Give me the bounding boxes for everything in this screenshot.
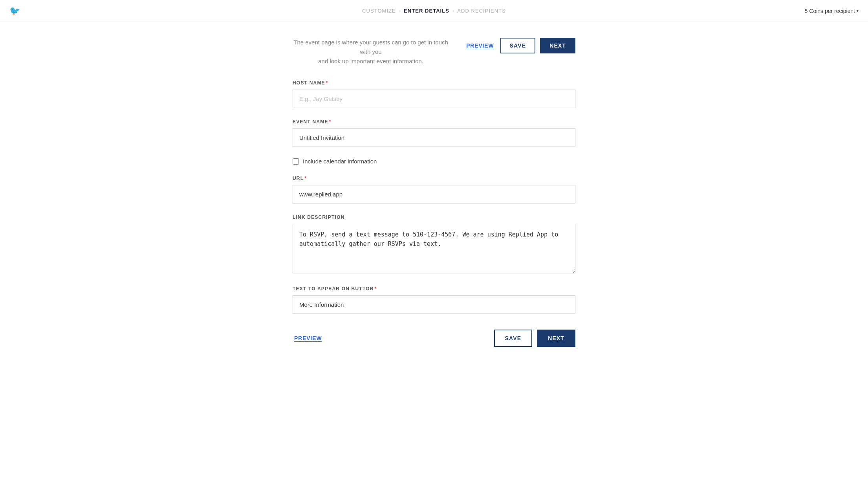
step-navigation: CUSTOMIZE › ENTER DETAILS › ADD RECIPIEN… xyxy=(362,8,506,14)
next-button-top[interactable]: NEXT xyxy=(540,38,575,53)
url-input[interactable] xyxy=(293,185,575,203)
main-content: The event page is where your guests can … xyxy=(285,22,583,378)
chevron-icon-1: › xyxy=(399,8,401,14)
bottom-right-actions: SAVE NEXT xyxy=(494,330,575,347)
link-description-group: LINK DESCRIPTION xyxy=(293,214,575,275)
host-name-label: HOST NAME* xyxy=(293,80,575,86)
page-description: The event page is where your guests can … xyxy=(293,38,449,66)
host-name-group: HOST NAME* xyxy=(293,80,575,108)
required-star-url: * xyxy=(304,176,307,181)
event-name-label: EVENT NAME* xyxy=(293,119,575,125)
calendar-checkbox-label[interactable]: Include calendar information xyxy=(303,158,377,165)
save-button-bottom[interactable]: SAVE xyxy=(494,330,533,347)
required-star: * xyxy=(326,80,328,86)
event-name-group: EVENT NAME* xyxy=(293,119,575,147)
chevron-icon-2: › xyxy=(452,8,454,14)
link-description-textarea[interactable] xyxy=(293,224,575,273)
url-group: URL* xyxy=(293,176,575,203)
button-text-label: TEXT TO APPEAR ON BUTTON* xyxy=(293,286,575,291)
coins-text: 5 Coins per recipient xyxy=(805,8,855,14)
required-star-btn: * xyxy=(375,286,377,291)
header-actions: PREVIEW SAVE NEXT xyxy=(465,38,575,53)
button-text-group: TEXT TO APPEAR ON BUTTON* xyxy=(293,286,575,314)
preview-button-bottom[interactable]: PREVIEW xyxy=(293,332,323,345)
coins-info: 5 Coins per recipient ▾ xyxy=(805,8,859,14)
event-name-input[interactable] xyxy=(293,128,575,147)
required-star-event: * xyxy=(329,119,331,125)
url-label: URL* xyxy=(293,176,575,181)
link-description-label: LINK DESCRIPTION xyxy=(293,214,575,220)
step-add-recipients[interactable]: ADD RECIPIENTS xyxy=(457,8,506,14)
step-customize[interactable]: CUSTOMIZE xyxy=(362,8,396,14)
chevron-down-icon[interactable]: ▾ xyxy=(857,9,859,13)
host-name-input[interactable] xyxy=(293,90,575,108)
calendar-checkbox-group: Include calendar information xyxy=(293,158,575,165)
page-header: The event page is where your guests can … xyxy=(293,38,575,66)
preview-button-top[interactable]: PREVIEW xyxy=(465,39,495,52)
save-button-top[interactable]: SAVE xyxy=(500,38,536,53)
bottom-actions: PREVIEW SAVE NEXT xyxy=(293,330,575,347)
next-button-bottom[interactable]: NEXT xyxy=(537,330,575,347)
step-enter-details[interactable]: ENTER DETAILS xyxy=(404,8,449,14)
top-navigation: 🐦 CUSTOMIZE › ENTER DETAILS › ADD RECIPI… xyxy=(0,0,868,22)
event-details-form: HOST NAME* EVENT NAME* Include calendar … xyxy=(293,80,575,347)
calendar-checkbox[interactable] xyxy=(293,158,299,165)
logo-icon: 🐦 xyxy=(9,6,20,16)
button-text-input[interactable] xyxy=(293,295,575,314)
logo-area: 🐦 xyxy=(9,6,20,16)
